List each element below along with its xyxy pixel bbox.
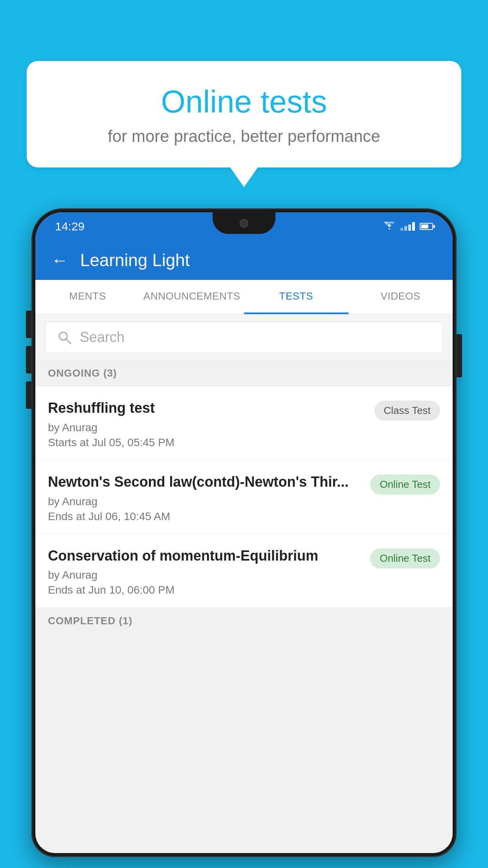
tab-tests[interactable]: TESTS (244, 280, 349, 314)
search-container: Search (35, 314, 453, 360)
completed-section-header: COMPLETED (1) (35, 608, 453, 634)
test-author-2: by Anurag (48, 495, 362, 508)
test-date-2: Ends at Jul 06, 10:45 AM (48, 510, 362, 523)
speech-bubble-subtitle: for more practice, better performance (58, 127, 430, 146)
battery-fill (421, 224, 428, 228)
test-list: Reshuffling test by Anurag Starts at Jul… (35, 386, 453, 608)
test-info-3: Conservation of momentum-Equilibrium by … (48, 547, 362, 597)
phone-screen: 14:29 (35, 212, 453, 853)
test-date-1: Starts at Jul 05, 05:45 PM (48, 436, 367, 449)
speech-bubble-title: Online tests (58, 85, 430, 119)
ongoing-section-header: ONGOING (3) (35, 360, 453, 386)
test-info-2: Newton's Second law(contd)-Newton's Thir… (48, 473, 362, 523)
test-title-3: Conservation of momentum-Equilibrium (48, 547, 362, 565)
speech-bubble-container: Online tests for more practice, better p… (27, 61, 461, 187)
test-item[interactable]: Conservation of momentum-Equilibrium by … (35, 534, 453, 608)
back-button[interactable]: ← (51, 250, 68, 270)
test-title-2: Newton's Second law(contd)-Newton's Thir… (48, 473, 362, 491)
search-input[interactable]: Search (45, 322, 443, 353)
test-author-3: by Anurag (48, 569, 362, 581)
test-item[interactable]: Reshuffling test by Anurag Starts at Jul… (35, 386, 453, 460)
app-bar: ← Learning Light (35, 241, 453, 280)
test-badge-3: Online Test (370, 548, 440, 568)
notch (213, 212, 275, 234)
tab-assignments[interactable]: MENTS (35, 280, 140, 314)
battery-icon (420, 223, 433, 230)
tab-announcements[interactable]: ANNOUNCEMENTS (140, 280, 244, 314)
status-bar: 14:29 (35, 212, 453, 241)
speech-bubble-arrow (230, 167, 258, 187)
signal-icon (400, 222, 415, 231)
test-badge-1: Class Test (374, 401, 440, 421)
phone-outer: 14:29 (31, 208, 457, 857)
test-item[interactable]: Newton's Second law(contd)-Newton's Thir… (35, 460, 453, 534)
status-icons (383, 222, 433, 231)
camera-dot (240, 219, 248, 228)
search-icon (57, 330, 72, 345)
test-author-1: by Anurag (48, 421, 367, 434)
wifi-icon (383, 222, 396, 231)
svg-line-1 (66, 339, 71, 344)
test-title-1: Reshuffling test (48, 399, 367, 417)
speech-bubble: Online tests for more practice, better p… (27, 61, 461, 167)
test-badge-2: Online Test (370, 474, 440, 495)
app-bar-title: Learning Light (80, 250, 190, 270)
tab-videos[interactable]: VIDEOS (349, 280, 453, 314)
test-info-1: Reshuffling test by Anurag Starts at Jul… (48, 399, 367, 449)
phone-container: 14:29 (31, 208, 457, 868)
search-placeholder: Search (80, 329, 125, 346)
tab-bar: MENTS ANNOUNCEMENTS TESTS VIDEOS (35, 280, 453, 314)
status-time: 14:29 (55, 220, 84, 233)
test-date-3: Ends at Jun 10, 06:00 PM (48, 584, 362, 596)
